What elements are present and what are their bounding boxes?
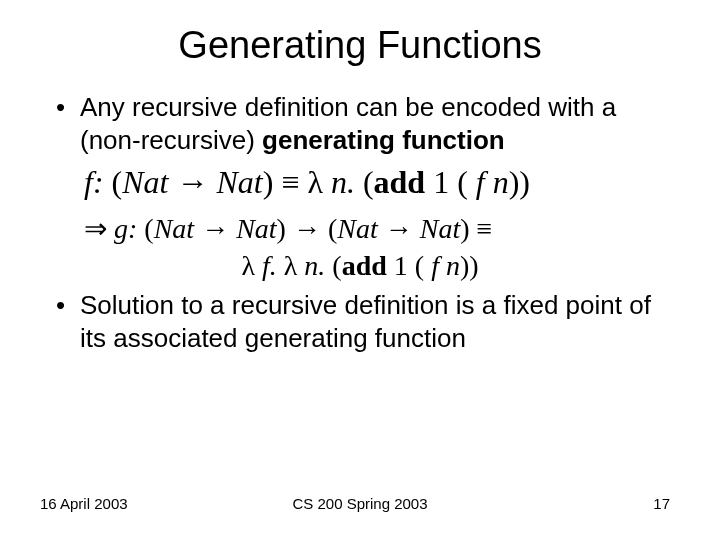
arrow-icon: → (201, 213, 236, 244)
eq1-one: 1 ( (425, 164, 476, 200)
eq2-rparen: ) (277, 213, 293, 244)
eq3-n: n. (304, 250, 332, 281)
bullet1-emph: generating function (262, 125, 505, 155)
slide-title: Generating Functions (50, 24, 670, 67)
eq1-close: )) (509, 164, 530, 200)
eq3-f: f. (262, 250, 284, 281)
eq2-lparen: ( (144, 213, 153, 244)
eq1-add: add (374, 164, 426, 200)
eq2-nat1: Nat (154, 213, 201, 244)
slide-footer: 16 April 2003 CS 200 Spring 2003 17 (0, 495, 720, 512)
equiv-icon: ≡ (477, 213, 493, 244)
eq1-nat2: Nat (216, 164, 262, 200)
arrow-icon: → (176, 164, 216, 200)
bullet-item-2: Solution to a recursive definition is a … (50, 289, 670, 354)
eq2-lparen2: ( (328, 213, 337, 244)
eq1-rparen: ) (263, 164, 282, 200)
footer-course: CS 200 Spring 2003 (0, 495, 720, 512)
eq1-fn: f n (476, 164, 509, 200)
equiv-icon: ≡ (281, 164, 307, 200)
eq2-rparen2: ) (460, 213, 476, 244)
eq1-lparen: ( (112, 164, 123, 200)
eq2-nat2: Nat (236, 213, 276, 244)
equation-2: ⇒ g: (Nat → Nat) → (Nat → Nat) ≡ (84, 210, 670, 248)
bullet-list: Any recursive definition can be encoded … (50, 91, 670, 156)
eq3-close: )) (460, 250, 479, 281)
arrow-icon: → (385, 213, 420, 244)
eq3-lparen: ( (332, 250, 341, 281)
eq1-f: f: (84, 164, 112, 200)
eq2-nat4: Nat (420, 213, 460, 244)
eq3-fn: f n (431, 250, 460, 281)
eq1-nat1: Nat (122, 164, 176, 200)
bullet-item-1: Any recursive definition can be encoded … (50, 91, 670, 156)
lambda-icon: λ (307, 164, 331, 200)
equation-3: λ f. λ n. (add 1 ( f n)) (50, 247, 670, 285)
lambda-icon: λ (241, 250, 262, 281)
eq1-lparen2: ( (363, 164, 374, 200)
eq3-add: add (342, 250, 387, 281)
slide: Generating Functions Any recursive defin… (0, 0, 720, 540)
bullet-list-2: Solution to a recursive definition is a … (50, 289, 670, 354)
lambda-icon: λ (284, 250, 305, 281)
eq3-one: 1 ( (387, 250, 431, 281)
eq1-n: n. (331, 164, 363, 200)
eq2-g: g: (114, 213, 144, 244)
eq2-nat3: Nat (337, 213, 384, 244)
equation-1: f: (Nat → Nat) ≡ λ n. (add 1 ( f n)) (84, 162, 670, 204)
arrow-icon: → (293, 213, 328, 244)
implies-icon: ⇒ (84, 213, 114, 244)
